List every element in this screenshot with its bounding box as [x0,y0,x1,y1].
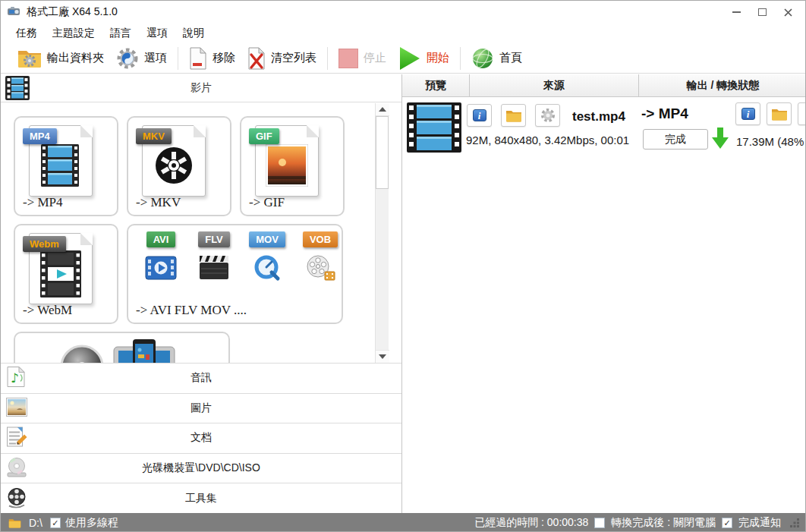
source-info-button[interactable]: i [467,104,492,127]
menu-language[interactable]: 語言 [102,24,139,42]
card-label: -> AVI FLV MOV .... [136,303,247,318]
minimize-button[interactable] [723,1,749,24]
info-icon: i [741,108,755,120]
format-badge-mkv: MKV [136,128,172,144]
clear-list-label: 清空列表 [271,51,316,65]
notify-label: 完成通知 [738,516,781,530]
status-bar: D:\ ✓ 使用多線程 已經過的時間 : 00:00:38 轉換完成後 : 關閉… [1,513,805,532]
output-info-button[interactable]: i [735,102,760,125]
app-icon [7,5,20,20]
card-label: -> WebM [23,303,72,318]
remove-label: 移除 [213,51,235,65]
title-bar: 格式工廠 X64 5.1.0 [1,1,805,24]
gear-icon [540,108,556,123]
dvd-reel-icon [304,250,337,285]
app-window: 格式工廠 X64 5.1.0 任務 主題設定 語言 選項 說明 輸出資料夾 選項… [0,0,806,532]
source-folder-button[interactable] [501,104,526,127]
column-source: 來源 [470,74,639,96]
menu-task[interactable]: 任務 [8,24,45,42]
folder-icon [505,109,522,122]
start-icon [398,46,421,71]
multithread-checkbox[interactable]: ✓ [50,518,61,528]
stop-button[interactable]: 停止 [332,46,392,71]
output-play-button[interactable] [798,102,806,125]
download-arrow-icon [712,127,729,149]
stop-label: 停止 [364,51,386,65]
video-thumbnail [407,102,461,153]
category-label: 音訊 [1,364,401,393]
format-badge-mov: MOV [249,231,285,247]
folder-icon [8,518,21,528]
output-folder-label: 輸出資料夾 [47,51,104,65]
mobile-devices-icon [112,338,176,363]
category-audio[interactable]: ♪ 音訊 [1,363,401,393]
start-button[interactable]: 開始 [392,43,455,74]
remove-button[interactable]: 移除 [183,44,241,73]
column-preview: 預覽 [402,74,470,96]
card-mobile-device[interactable] [14,332,230,363]
remove-icon [189,47,207,70]
scroll-up-button[interactable] [376,103,389,116]
output-folder-button[interactable]: 輸出資料夾 [11,45,110,71]
category-document[interactable]: 文档 [1,423,401,453]
avi-player-icon [144,250,178,285]
category-disc[interactable]: 光碟機裝置\DVD\CD\ISO [1,453,401,483]
resize-grip-icon[interactable] [790,518,799,527]
quicktime-icon [250,250,284,285]
check-icon: ✓ [52,519,58,527]
menu-help[interactable]: 說明 [175,24,212,42]
format-column-flv: FLV [189,231,239,285]
video-section-header[interactable]: 影片 [1,74,401,102]
stop-icon [338,49,358,68]
category-toolset[interactable]: 工具集 [1,483,401,513]
category-label: 圖片 [1,394,401,423]
check-icon: ✓ [723,519,730,527]
task-panel: 預覽 來源 輸出 / 轉換狀態 i test.mp4 -> MP4 i 92M [401,74,806,513]
task-list-header: 預覽 來源 輸出 / 轉換狀態 [402,74,806,97]
close-button[interactable] [775,1,801,24]
arrow-up-icon [379,107,386,112]
card-to-avi-flv-mov[interactable]: AVI FLV MOV VOB -> AVI FLV MOV .... [127,224,343,324]
source-settings-button[interactable] [535,104,560,127]
category-label: 工具集 [1,483,401,513]
clapperboard-icon [197,250,231,285]
format-badge-avi: AVI [146,231,176,247]
home-globe-icon [471,47,494,70]
card-to-webm[interactable]: Webm -> WebM [14,224,118,324]
scrollbar-thumb[interactable] [376,116,389,189]
card-label: -> MKV [136,195,181,210]
start-label: 開始 [427,51,449,65]
card-label: -> GIF [249,195,285,210]
format-badge-mp4: MP4 [23,128,57,144]
source-media-info: 92M, 840x480, 3.42Mbps, 00:01 [466,134,629,146]
options-label: 選項 [144,51,167,65]
close-icon [784,8,792,17]
arrow-down-icon [379,354,386,359]
card-to-mkv[interactable]: MKV -> MKV [127,116,231,216]
format-card-area: MP4 -> MP4 MKV -> MKV GIF -> GIF Webm -> [1,103,401,363]
conversion-state-button[interactable]: 完成 [643,129,708,150]
card-to-mp4[interactable]: MP4 -> MP4 [14,116,118,216]
home-button[interactable]: 首頁 [465,44,528,73]
toolbar-separator [460,47,461,70]
maximize-button[interactable] [749,1,775,24]
target-format: -> MP4 [641,105,688,122]
shutdown-label: 轉換完成後 : 關閉電腦 [611,516,716,530]
category-picture[interactable]: 圖片 [1,393,401,423]
notify-checkbox[interactable]: ✓ [722,518,732,528]
gear-icon [116,47,139,70]
column-output-state: 輸出 / 轉換狀態 [639,74,806,96]
shutdown-checkbox[interactable] [594,518,605,528]
scroll-down-button[interactable] [376,350,389,363]
multithread-label: 使用多線程 [65,516,118,530]
card-area-scrollbar[interactable] [375,103,389,363]
output-folder-button[interactable] [767,102,792,125]
output-drive[interactable]: D:\ [29,517,43,529]
options-button[interactable]: 選項 [110,44,173,73]
card-label: -> MP4 [23,195,63,210]
clear-list-button[interactable]: 清空列表 [241,44,323,73]
minimize-icon [732,11,741,13]
menu-theme[interactable]: 主題設定 [45,24,102,42]
card-to-gif[interactable]: GIF -> GIF [240,116,345,216]
menu-options[interactable]: 選項 [139,24,175,42]
